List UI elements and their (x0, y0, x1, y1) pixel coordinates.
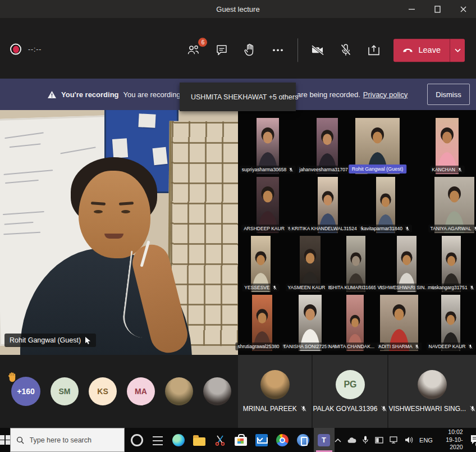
participant-avatar[interactable] (165, 377, 193, 405)
overflow-avatars: +160SMKSMA (11, 355, 231, 428)
onedrive-icon[interactable] (347, 436, 356, 445)
raised-hand-toast[interactable]: USHMITA SHEKHAWAT +5 others (180, 83, 296, 111)
taskbar-app-file-explorer[interactable] (189, 428, 210, 452)
participant-name: kavitaparmar31840 (361, 226, 402, 231)
close-icon (460, 6, 466, 12)
participant-name: ARSHDEEP KAUR (244, 226, 285, 231)
avatar-initials: MA (135, 387, 147, 396)
share-screen-button[interactable] (365, 42, 382, 58)
video-tile[interactable]: KANCHAN (436, 118, 459, 174)
privacy-policy-link[interactable]: Privacy policy (363, 90, 408, 99)
participant-name: ISHITA KUMARI31665 (328, 285, 376, 290)
video-tile[interactable]: TANISHA SONI27250 (299, 295, 322, 351)
audio-participant-tile[interactable]: PG PALAK GOYAL31396 (313, 355, 387, 428)
video-tile[interactable]: ADITI SHARMA (380, 295, 418, 351)
main-speaker-video[interactable]: Rohit Gangwal (Guest) (0, 110, 238, 355)
leave-button[interactable]: Leave (393, 39, 450, 62)
language-indicator[interactable]: ENG (419, 437, 433, 444)
snipping-tool-icon (214, 435, 226, 446)
taskbar-app-your-phone[interactable] (293, 428, 314, 452)
start-button[interactable] (0, 428, 10, 452)
video-tile[interactable]: TANIYA AGARWAL (434, 177, 474, 233)
tray-microphone-icon[interactable] (363, 436, 369, 445)
audio-participant-tile[interactable]: VISHWESHWARI SING... (388, 355, 476, 428)
participant-name: VISHWESHWARI SING... (388, 405, 466, 413)
more-raised-hands-badge[interactable]: +160 (11, 377, 40, 406)
taskbar-app-mail[interactable] (251, 428, 272, 452)
raise-hand-icon (243, 43, 257, 57)
task-view-icon (153, 436, 163, 445)
participants-icon (186, 43, 201, 57)
taskbar-app-teams[interactable]: T (314, 428, 335, 452)
participant-avatar[interactable] (203, 377, 231, 405)
network-display-icon[interactable] (390, 436, 399, 445)
volume-icon[interactable] (405, 436, 413, 445)
video-tile[interactable]: VISHWESHWARI SIN... (397, 236, 417, 292)
mic-toggle-button[interactable] (337, 42, 354, 58)
mic-off-icon (469, 405, 476, 412)
participants-button[interactable]: 6 (185, 42, 202, 58)
video-tile[interactable]: shrutiagrawal25380 (252, 295, 272, 351)
recording-indicator: --:-- (10, 44, 42, 55)
video-tile[interactable]: YASMEEN KAUR (300, 236, 321, 292)
audio-participant-tile[interactable]: MRINAL PAREEK (238, 355, 312, 428)
camera-toggle-button[interactable] (309, 42, 326, 58)
minimize-button[interactable] (399, 0, 424, 18)
taskbar-app-task-view[interactable] (148, 428, 168, 452)
taskbar-clock[interactable]: 10:02 19-10-2020 (439, 428, 463, 451)
participant-avatar[interactable]: SM (51, 377, 79, 405)
video-tile[interactable]: NAMITA CHANDAK... (346, 295, 364, 351)
participant-name: NAVDEEP KAUR (429, 344, 466, 349)
taskbar-app-edge[interactable] (168, 428, 189, 452)
video-tile[interactable]: muskangarg31751 (442, 236, 461, 292)
video-tile[interactable]: Rohit Gangwal (Guest) (355, 118, 400, 174)
participant-avatar[interactable]: MA (127, 377, 155, 405)
taskbar-app-opera[interactable] (127, 428, 148, 452)
hangup-icon (402, 47, 413, 53)
participant-name-label: KRITIKA KHANDELWAL31524 (289, 225, 366, 232)
clock-date: 19-10-2020 (441, 436, 463, 451)
participants-grid: supriyasharma30658 jahanveesharma31707 R… (238, 110, 476, 355)
video-tile[interactable]: jahanveesharma31707 (317, 118, 338, 174)
toolbar-divider (298, 38, 298, 62)
video-tile[interactable]: KRITIKA KHANDELWAL31524 (318, 177, 338, 233)
close-button[interactable] (450, 0, 476, 18)
tray-window-icon[interactable] (375, 436, 383, 445)
bottom-strip: +160SMKSMA MRINAL PAREEK PG PALAK GOYAL3… (0, 355, 476, 428)
banner-title: You're recording (61, 90, 119, 99)
action-center-button[interactable]: 2 (469, 434, 476, 446)
taskbar-app-snipping-tool[interactable] (210, 428, 231, 452)
taskbar-app-chrome[interactable] (272, 428, 293, 452)
chat-button[interactable] (213, 42, 230, 58)
leave-options-button[interactable] (450, 39, 465, 62)
participant-avatar[interactable]: KS (89, 377, 117, 405)
participant-name-label: ADITI SHARMA (376, 343, 422, 350)
tray-chevron-up-icon[interactable] (335, 436, 341, 445)
search-input[interactable] (29, 436, 118, 445)
maximize-button[interactable] (424, 0, 450, 18)
taskbar-app-store[interactable] (231, 428, 251, 452)
more-options-button[interactable] (269, 42, 286, 58)
video-tile[interactable]: ISHITA KUMARI31665 (346, 236, 365, 292)
video-tile[interactable]: ARSHDEEP KAUR (257, 177, 279, 233)
video-tile[interactable]: supriyasharma30658 (257, 118, 279, 174)
participants-count-badge: 6 (198, 38, 207, 47)
participant-name-label: VISHWESHWARI SING... (388, 405, 476, 413)
chevron-down-icon (455, 48, 461, 52)
mic-off-icon (415, 344, 420, 349)
participant-name-label: NAVDEEP KAUR (427, 343, 475, 350)
video-tile[interactable]: kavitaparmar31840 (376, 177, 395, 233)
participant-name: jahanveesharma31707 (299, 167, 347, 172)
participant-name: muskangarg31751 (428, 285, 467, 290)
your-phone-icon (297, 434, 309, 446)
speaker-face (79, 171, 150, 258)
video-tile[interactable]: YESSESVE (251, 236, 271, 292)
dismiss-button[interactable]: Dismiss (427, 84, 470, 105)
search-icon (16, 436, 24, 444)
taskbar-search[interactable] (10, 428, 125, 452)
window-title: Guest lecture (216, 5, 259, 13)
raise-hand-button[interactable] (241, 42, 258, 58)
mic-off-icon (405, 226, 410, 231)
mic-off-icon (339, 43, 353, 57)
video-tile[interactable]: NAVDEEP KAUR (441, 295, 460, 351)
